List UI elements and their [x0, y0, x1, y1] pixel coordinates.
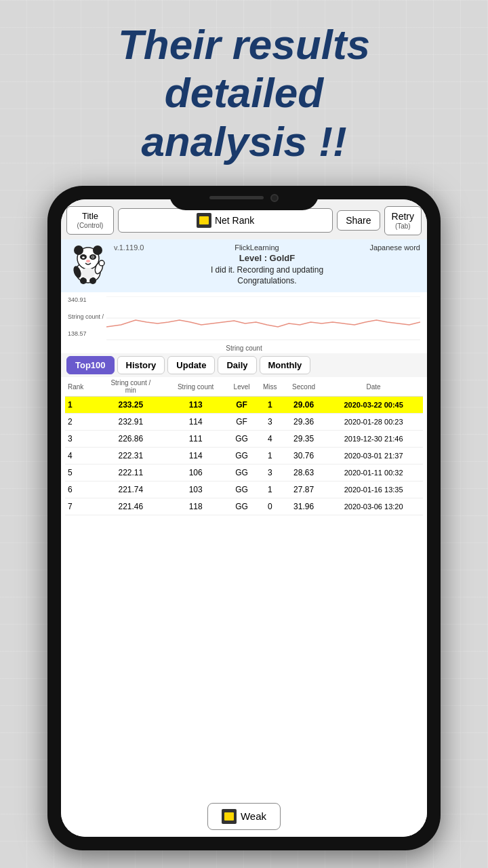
cell-str-per-min: 226.86: [97, 431, 165, 448]
cell-second: 28.63: [283, 465, 324, 481]
svg-point-15: [99, 260, 104, 266]
cell-str-count: 103: [165, 481, 226, 498]
cell-date: 2020-03-01 21:37: [324, 448, 423, 465]
headline-line1: Their results: [118, 21, 370, 68]
results-table: Rank String count /min String count Leve…: [65, 377, 423, 515]
cell-date: 2020-01-16 13:35: [324, 481, 423, 498]
cell-second: 29.06: [283, 397, 324, 414]
cell-level: GF: [226, 414, 256, 431]
cell-second: 31.96: [283, 498, 324, 515]
cell-second: 27.87: [283, 481, 324, 498]
cell-level: GG: [226, 448, 256, 465]
cell-rank: 5: [65, 465, 97, 481]
cell-str-per-min: 221.46: [97, 498, 165, 515]
cell-date: 2020-01-28 00:23: [324, 414, 423, 431]
cell-rank: 3: [65, 431, 97, 448]
col-str-per-min: String count /min: [97, 377, 165, 397]
cell-miss: 3: [257, 465, 283, 481]
col-second: Second: [283, 377, 324, 397]
version-text: v.1.119.0: [114, 243, 144, 252]
panda-icon: [68, 243, 108, 284]
netrank-button[interactable]: Net Rank: [118, 208, 333, 233]
svg-point-2: [74, 245, 83, 255]
cell-rank: 4: [65, 448, 97, 465]
chart-area: 340.91 String count / 138.57: [61, 292, 427, 353]
cell-date: 2019-12-30 21:46: [324, 431, 423, 448]
chart-y-bot: 138.57: [68, 330, 104, 337]
headline: Their results detailed analysis !!: [0, 0, 488, 179]
cell-str-count: 111: [165, 431, 226, 448]
retry-button[interactable]: Retry (Tab): [384, 206, 422, 235]
title-sub: (Control): [74, 222, 106, 230]
info-area: v.1.119.0 FlickLearning Japanese word Le…: [61, 239, 427, 293]
table-wrap: Rank String count /min String count Leve…: [61, 377, 427, 796]
tab-daily[interactable]: Daily: [218, 356, 256, 374]
cell-second: 29.36: [283, 414, 324, 431]
col-date: Date: [324, 377, 423, 397]
weak-film-icon: [222, 809, 237, 824]
cell-str-count: 114: [165, 448, 226, 465]
headline-line3: analysis !!: [141, 118, 346, 165]
cell-second: 29.35: [283, 431, 324, 448]
weak-label: Weak: [241, 810, 266, 822]
weak-row: Weak: [61, 796, 427, 837]
table-row: 3 226.86 111 GG 4 29.35 2019-12-30 21:46: [65, 431, 423, 448]
weak-button[interactable]: Weak: [207, 803, 281, 830]
table-row: 4 222.31 114 GG 1 30.76 2020-03-01 21:37: [65, 448, 423, 465]
message-text: I did it. Recording and updatingCongratu…: [114, 264, 420, 288]
cell-str-per-min: 221.74: [97, 481, 165, 498]
title-label: Title: [74, 211, 106, 222]
subject-text: Japanese word: [369, 243, 420, 252]
notch-camera: [270, 194, 279, 202]
retry-sub: (Tab): [392, 222, 414, 231]
cell-level: GG: [226, 465, 256, 481]
share-label: Share: [346, 215, 371, 226]
chart-svg: [106, 296, 420, 343]
tab-top100[interactable]: Top100: [66, 356, 115, 374]
col-miss: Miss: [257, 377, 283, 397]
svg-point-11: [80, 277, 87, 284]
tabs-bar: Top100 History Update Daily Monthly: [61, 353, 427, 377]
chart-y-top: 340.91: [68, 296, 104, 303]
col-level: Level: [226, 377, 256, 397]
title-button[interactable]: Title (Control): [66, 206, 114, 235]
cell-miss: 0: [257, 498, 283, 515]
chart-y-labels: 340.91 String count / 138.57: [68, 296, 104, 337]
cell-level: GG: [226, 431, 256, 448]
col-rank: Rank: [65, 377, 97, 397]
cell-level: GF: [226, 397, 256, 414]
svg-point-8: [92, 256, 94, 257]
cell-str-per-min: 233.25: [97, 397, 165, 414]
cell-str-per-min: 222.11: [97, 465, 165, 481]
cell-str-count: 106: [165, 465, 226, 481]
cell-str-count: 114: [165, 414, 226, 431]
cell-date: 2020-03-22 00:45: [324, 397, 423, 414]
cell-miss: 3: [257, 414, 283, 431]
svg-point-3: [93, 245, 102, 255]
headline-line2: detailed: [165, 69, 323, 116]
cell-rank: 1: [65, 397, 97, 414]
tab-history[interactable]: History: [117, 356, 165, 374]
cell-level: GG: [226, 481, 256, 498]
table-row: 5 222.11 106 GG 3 28.63 2020-01-11 00:32: [65, 465, 423, 481]
retry-label: Retry: [392, 211, 414, 222]
cell-rank: 6: [65, 481, 97, 498]
phone-notch: [169, 186, 319, 210]
share-button[interactable]: Share: [337, 210, 380, 231]
cell-rank: 2: [65, 414, 97, 431]
chart-y-label: String count /: [68, 313, 104, 320]
table-header-row: Rank String count /min String count Leve…: [65, 377, 423, 397]
film-icon: [197, 213, 211, 228]
notch-bar: [209, 196, 264, 199]
netrank-label: Net Rank: [215, 215, 254, 226]
phone-screen: Title (Control) Net Rank Share Retry (Ta…: [61, 199, 427, 837]
table-row: 6 221.74 103 GG 1 27.87 2020-01-16 13:35: [65, 481, 423, 498]
tab-monthly[interactable]: Monthly: [260, 356, 311, 374]
col-str-count: String count: [165, 377, 226, 397]
cell-str-per-min: 222.31: [97, 448, 165, 465]
level-text: Level : GoldF: [114, 253, 420, 263]
cell-level: GG: [226, 498, 256, 515]
svg-point-12: [89, 277, 96, 284]
svg-point-9: [86, 260, 90, 262]
tab-update[interactable]: Update: [167, 356, 215, 374]
